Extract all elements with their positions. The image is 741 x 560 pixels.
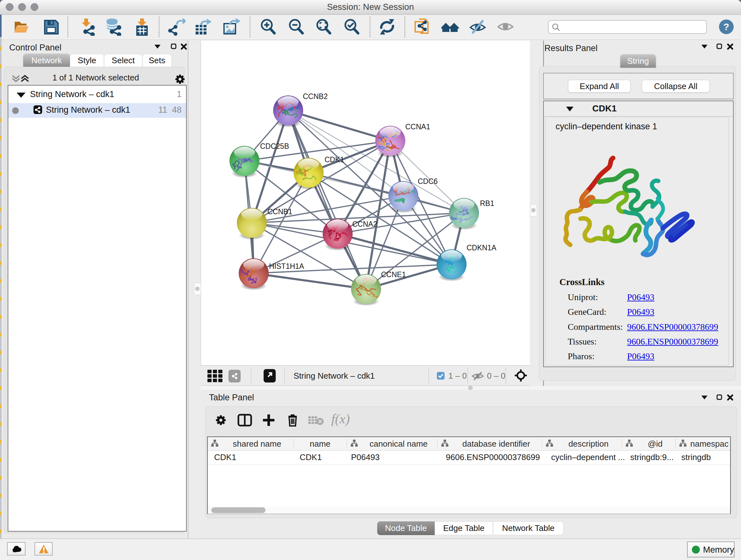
svg-text:CCNE1: CCNE1 [381, 270, 406, 279]
svg-text:CDC6: CDC6 [418, 177, 438, 186]
svg-text:CCNB1: CCNB1 [267, 207, 292, 216]
svg-text:CCNA1: CCNA1 [405, 123, 430, 131]
svg-text:HIST1H1A: HIST1H1A [269, 262, 305, 270]
svg-text:CDKN1A: CDKN1A [467, 244, 496, 252]
svg-text:CDC25B: CDC25B [260, 142, 289, 150]
svg-text:CCNA2: CCNA2 [352, 220, 377, 228]
svg-text:CCNB2: CCNB2 [303, 92, 328, 101]
svg-text:CDK1: CDK1 [325, 155, 344, 164]
svg-text:RB1: RB1 [480, 199, 494, 207]
